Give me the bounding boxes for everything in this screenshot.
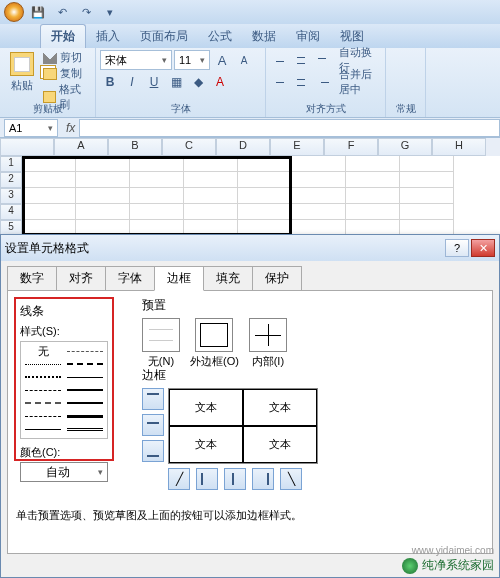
row-header[interactable]: 3 [0,188,22,204]
cell[interactable] [76,156,130,172]
cell[interactable] [76,204,130,220]
name-box[interactable]: A1▾ [4,119,58,137]
row-header[interactable]: 2 [0,172,22,188]
cell[interactable] [238,204,292,220]
fx-label[interactable]: fx [66,121,75,135]
qat-redo[interactable]: ↷ [76,3,96,21]
align-center[interactable] [291,74,311,90]
col-header[interactable]: C [162,138,216,156]
dlg-tab-font[interactable]: 字体 [105,266,155,291]
line-style-option[interactable] [67,411,103,421]
cell[interactable] [22,204,76,220]
cell[interactable] [238,156,292,172]
col-header[interactable]: F [324,138,378,156]
border-diag-up-button[interactable]: ╱ [168,468,190,490]
cell[interactable] [400,204,454,220]
cell[interactable] [238,172,292,188]
cell[interactable] [292,204,346,220]
line-style-option[interactable] [67,359,103,369]
line-style-option[interactable] [25,398,61,408]
dlg-tab-fill[interactable]: 填充 [203,266,253,291]
border-right-button[interactable] [252,468,274,490]
border-preview-grid[interactable]: 文本 文本 文本 文本 [168,388,318,464]
border-middle-h-button[interactable] [142,414,164,436]
cell[interactable] [22,172,76,188]
align-left[interactable] [270,74,290,90]
dialog-help-button[interactable]: ? [445,239,469,257]
merge-center-button[interactable]: 合并后居中 [334,72,381,92]
cell[interactable] [184,156,238,172]
cell[interactable] [22,188,76,204]
qat-save[interactable]: 💾 [28,3,48,21]
cell[interactable] [346,188,400,204]
border-top-button[interactable] [142,388,164,410]
font-color-button[interactable]: A [210,72,230,92]
cell[interactable] [346,172,400,188]
line-style-option[interactable] [67,346,103,356]
border-button[interactable]: ▦ [166,72,186,92]
cell[interactable] [184,204,238,220]
cell[interactable] [130,188,184,204]
cell[interactable] [346,204,400,220]
align-middle[interactable] [291,52,311,68]
preset-outline[interactable]: 外边框(O) [190,318,239,369]
tab-data[interactable]: 数据 [242,25,286,48]
cell[interactable] [184,172,238,188]
grow-font[interactable]: A [212,50,232,70]
line-style-option[interactable] [25,385,61,395]
preset-inside[interactable]: 内部(I) [249,318,287,369]
cell[interactable] [184,188,238,204]
cell[interactable] [292,188,346,204]
dialog-close-button[interactable]: ✕ [471,239,495,257]
cell[interactable] [400,188,454,204]
cell[interactable] [400,172,454,188]
cell[interactable] [22,156,76,172]
underline-button[interactable]: U [144,72,164,92]
align-top[interactable] [270,52,290,68]
cell[interactable] [238,188,292,204]
dlg-tab-protect[interactable]: 保护 [252,266,302,291]
tab-formula[interactable]: 公式 [198,25,242,48]
bold-button[interactable]: B [100,72,120,92]
align-bottom[interactable] [312,52,332,68]
cell[interactable] [130,156,184,172]
tab-review[interactable]: 审阅 [286,25,330,48]
line-style-option[interactable] [25,424,61,434]
fill-color-button[interactable]: ◆ [188,72,208,92]
cut-button[interactable]: 剪切 [43,50,91,65]
line-style-option[interactable] [67,424,103,434]
col-header[interactable]: H [432,138,486,156]
formula-bar[interactable] [79,119,500,137]
cell[interactable] [130,172,184,188]
cell[interactable] [346,156,400,172]
border-bottom-button[interactable] [142,440,164,462]
align-right[interactable] [312,74,332,90]
dlg-tab-align[interactable]: 对齐 [56,266,106,291]
dlg-tab-number[interactable]: 数字 [7,266,57,291]
italic-button[interactable]: I [122,72,142,92]
row-header[interactable]: 4 [0,204,22,220]
line-style-none[interactable]: 无 [25,346,61,356]
spreadsheet-grid[interactable]: A B C D E F G H 12345 [0,138,500,236]
line-style-option[interactable] [25,411,61,421]
shrink-font[interactable]: A [234,50,254,70]
qat-undo[interactable]: ↶ [52,3,72,21]
border-diag-down-button[interactable]: ╲ [280,468,302,490]
cell[interactable] [292,156,346,172]
line-color-select[interactable]: 自动▾ [20,462,108,482]
row-header[interactable]: 1 [0,156,22,172]
tab-insert[interactable]: 插入 [86,25,130,48]
select-all-corner[interactable] [0,138,54,156]
col-header[interactable]: G [378,138,432,156]
line-style-option[interactable] [67,372,103,382]
cell[interactable] [400,156,454,172]
col-header[interactable]: D [216,138,270,156]
border-middle-v-button[interactable] [224,468,246,490]
tab-home[interactable]: 开始 [40,24,86,48]
line-style-option[interactable] [25,372,61,382]
line-style-option[interactable] [67,398,103,408]
col-header[interactable]: A [54,138,108,156]
preset-none[interactable]: 无(N) [142,318,180,369]
line-style-option[interactable] [25,359,61,369]
cell[interactable] [130,204,184,220]
